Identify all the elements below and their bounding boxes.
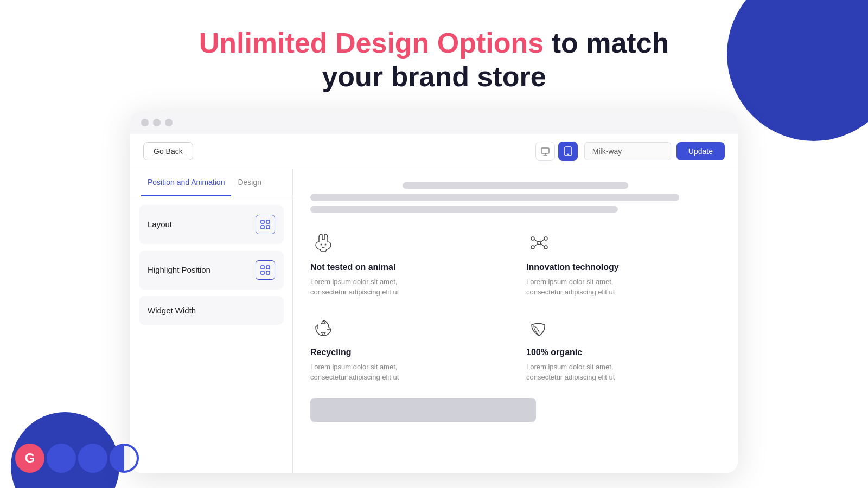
preview-line-3	[310, 206, 618, 213]
svg-line-20	[534, 239, 538, 242]
sidebar-item-widget-width[interactable]: Widget Width	[139, 296, 284, 325]
tab-position-animation[interactable]: Position and Animation	[141, 169, 231, 196]
browser-window: Go Back Up	[130, 111, 738, 473]
svg-line-21	[541, 239, 544, 242]
logo-area: G	[15, 444, 139, 473]
sidebar-item-layout[interactable]: Layout	[139, 205, 284, 244]
widget-width-label: Widget Width	[148, 306, 196, 315]
preview-lines	[310, 182, 720, 213]
svg-rect-8	[266, 226, 270, 229]
feature-grid: Not tested on animal Lorem ipsum dolor s…	[310, 230, 720, 383]
highlight-position-label: Highlight Position	[148, 265, 210, 274]
svg-rect-9	[261, 266, 264, 269]
title-line2: your brand store	[322, 61, 546, 92]
view-toggle	[535, 142, 578, 161]
browser-dot-2	[153, 119, 161, 126]
svg-point-19	[544, 246, 547, 249]
logo-circles: G	[15, 444, 139, 473]
store-name-input[interactable]	[584, 142, 671, 160]
layout-label: Layout	[148, 220, 172, 229]
browser-bar	[130, 111, 738, 134]
leaf-icon	[526, 315, 552, 341]
feature-title-recycling: Recycling	[310, 348, 505, 357]
feature-desc-animal: Lorem ipsum dolor sit amet,consectetur a…	[310, 277, 505, 298]
browser-dot-3	[165, 119, 173, 126]
logo-g-circle: G	[15, 444, 44, 473]
svg-point-13	[321, 243, 322, 245]
page-header: Unlimited Design Options to match your b…	[0, 0, 868, 111]
feature-item-innovation: Innovation technology Lorem ipsum dolor …	[526, 230, 720, 298]
browser-content: Go Back Up	[130, 134, 738, 473]
go-back-button[interactable]: Go Back	[143, 142, 193, 160]
recycle-icon	[310, 315, 336, 341]
layout-grid-icon	[256, 215, 275, 234]
settings-sidebar: Position and Animation Design Layout	[130, 169, 293, 473]
logo-circle-1	[47, 444, 76, 473]
svg-point-16	[531, 237, 534, 240]
browser-dot-1	[141, 119, 149, 126]
svg-rect-11	[261, 271, 264, 274]
feature-item-animal: Not tested on animal Lorem ipsum dolor s…	[310, 230, 505, 298]
preview-line-1	[403, 182, 628, 189]
title-highlight: Unlimited Design Options	[199, 27, 544, 59]
feature-item-recycling: Recycling Lorem ipsum dolor sit amet,con…	[310, 315, 505, 383]
desktop-view-button[interactable]	[535, 142, 555, 161]
mobile-view-button[interactable]	[558, 142, 578, 161]
feature-desc-recycling: Lorem ipsum dolor sit amet,consectetur a…	[310, 362, 505, 383]
main-panel: Position and Animation Design Layout	[130, 169, 738, 473]
feature-item-organic: 100% organic Lorem ipsum dolor sit amet,…	[526, 315, 720, 383]
svg-rect-7	[261, 226, 264, 229]
sidebar-item-highlight-position[interactable]: Highlight Position	[139, 251, 284, 290]
title-rest: to match	[544, 27, 669, 59]
logo-circle-3	[110, 444, 139, 473]
highlight-position-grid-icon	[256, 260, 275, 280]
svg-rect-5	[261, 220, 264, 223]
molecule-icon	[526, 230, 552, 256]
app-toolbar: Go Back Up	[130, 134, 738, 169]
update-button[interactable]: Update	[676, 142, 725, 160]
page-title: Unlimited Design Options to match your b…	[0, 26, 868, 94]
svg-point-4	[567, 153, 569, 155]
preview-line-2	[310, 194, 679, 201]
svg-rect-0	[541, 148, 549, 153]
toolbar-right: Update	[584, 142, 725, 160]
svg-rect-12	[266, 271, 270, 274]
tab-design[interactable]: Design	[231, 169, 268, 196]
preview-area: Not tested on animal Lorem ipsum dolor s…	[293, 169, 738, 473]
svg-point-14	[325, 243, 327, 245]
preview-bottom-button	[310, 398, 536, 422]
svg-rect-6	[266, 220, 270, 223]
svg-rect-10	[266, 266, 270, 269]
logo-circle-2	[78, 444, 107, 473]
feature-desc-innovation: Lorem ipsum dolor sit amet,consectetur a…	[526, 277, 720, 298]
sidebar-tabs: Position and Animation Design	[130, 169, 292, 196]
feature-title-innovation: Innovation technology	[526, 262, 720, 272]
svg-point-18	[531, 246, 534, 249]
feature-title-animal: Not tested on animal	[310, 262, 505, 272]
sidebar-items: Layout Highlight Position	[130, 196, 292, 333]
rabbit-icon	[310, 230, 336, 256]
svg-line-23	[541, 243, 544, 246]
feature-title-organic: 100% organic	[526, 348, 720, 357]
svg-point-17	[544, 237, 547, 240]
svg-line-22	[534, 243, 538, 246]
svg-point-15	[538, 241, 541, 245]
feature-desc-organic: Lorem ipsum dolor sit amet,consectetur a…	[526, 362, 720, 383]
